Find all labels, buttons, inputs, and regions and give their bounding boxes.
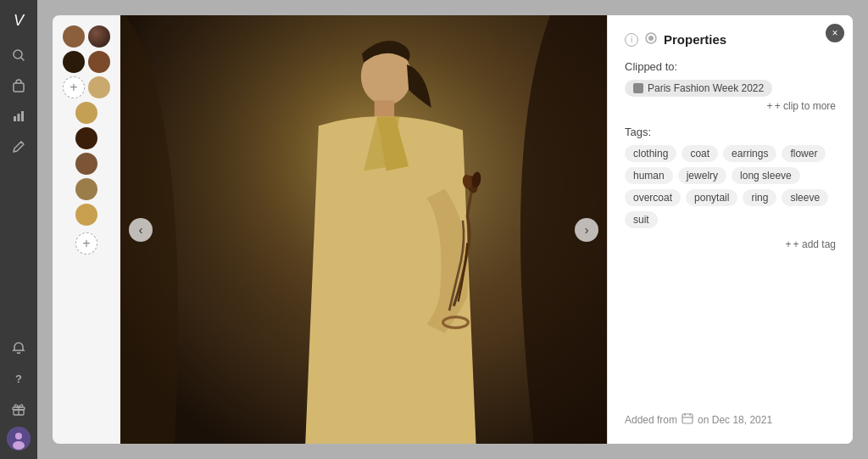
swatch-row-4 xyxy=(75,102,97,124)
avatar[interactable] xyxy=(7,427,31,451)
calendar-icon xyxy=(682,412,693,427)
color-swatch[interactable] xyxy=(88,76,110,98)
color-swatch[interactable] xyxy=(75,127,97,149)
bag-icon[interactable] xyxy=(6,73,31,98)
svg-line-1 xyxy=(21,58,24,60)
bookmark-icon[interactable] xyxy=(645,32,657,47)
panel-footer: Added from on Dec 18, 2021 xyxy=(625,412,836,427)
edit-icon[interactable] xyxy=(6,134,31,160)
color-swatch[interactable] xyxy=(63,51,85,73)
tags-section: Tags: clothingcoatearringsflowerhumanjew… xyxy=(625,126,836,250)
main-content: × + xyxy=(37,0,868,459)
next-button[interactable]: › xyxy=(575,218,598,242)
color-swatch[interactable] xyxy=(88,51,110,73)
tag-pill[interactable]: flower xyxy=(782,145,826,162)
tag-pill[interactable]: coat xyxy=(682,145,718,162)
swatch-row-6 xyxy=(75,153,97,175)
svg-rect-21 xyxy=(682,414,693,423)
app-logo: V xyxy=(7,8,31,32)
info-icon[interactable]: i xyxy=(625,33,638,47)
gift-icon[interactable] xyxy=(6,396,31,422)
chart-icon[interactable] xyxy=(6,104,31,129)
swatch-row-2 xyxy=(63,51,110,73)
image-area: ‹ xyxy=(120,15,607,444)
color-swatch[interactable] xyxy=(75,102,97,124)
collection-icon xyxy=(633,83,643,93)
tag-pill[interactable]: suit xyxy=(625,211,658,228)
color-swatch[interactable] xyxy=(88,25,110,48)
clipped-label: Clipped to: xyxy=(625,60,836,73)
fashion-image xyxy=(120,15,607,444)
prev-button[interactable]: ‹ xyxy=(129,218,153,242)
tag-pill[interactable]: overcoat xyxy=(625,189,681,206)
tag-pill[interactable]: jewelry xyxy=(678,167,726,184)
color-swatch[interactable] xyxy=(75,153,97,175)
plus-icon: + xyxy=(767,100,773,112)
clip-more-button[interactable]: + + clip to more xyxy=(767,100,836,112)
tags-grid: clothingcoatearringsflowerhumanjewelrylo… xyxy=(625,145,836,228)
add-swatch-button[interactable]: + xyxy=(63,76,85,98)
svg-rect-5 xyxy=(21,111,24,121)
svg-point-9 xyxy=(15,433,22,439)
tags-label: Tags: xyxy=(625,126,836,138)
swatch-row-7 xyxy=(75,178,97,200)
sidebar: V ? xyxy=(0,0,37,459)
help-icon[interactable]: ? xyxy=(6,366,31,391)
tag-pill[interactable]: ponytail xyxy=(686,189,737,206)
add-swatch-button-bottom[interactable]: + xyxy=(75,232,97,255)
tag-pill[interactable]: long sleeve xyxy=(732,167,800,184)
svg-point-20 xyxy=(648,36,654,41)
tag-pill[interactable]: clothing xyxy=(625,145,676,162)
tag-pill[interactable]: human xyxy=(625,167,673,184)
bell-icon[interactable] xyxy=(6,335,31,361)
plus-icon: + xyxy=(786,238,792,250)
panel-title: Properties xyxy=(664,32,726,47)
modal-card: × + xyxy=(53,15,853,444)
swatch-row-5 xyxy=(75,127,97,149)
color-swatch[interactable] xyxy=(75,204,97,226)
color-swatch[interactable] xyxy=(63,25,85,48)
svg-rect-3 xyxy=(14,116,16,121)
add-tag-button[interactable]: + + add tag xyxy=(786,238,836,250)
swatch-row-3: + xyxy=(63,76,110,98)
svg-rect-2 xyxy=(14,83,24,92)
swatch-row-1 xyxy=(63,25,110,48)
swatch-row-8 xyxy=(75,204,97,226)
close-button[interactable]: × xyxy=(826,24,844,42)
tag-pill[interactable]: ring xyxy=(743,189,776,206)
swatches-panel: + + xyxy=(53,15,120,444)
svg-point-10 xyxy=(13,441,25,450)
panel-header: i Properties xyxy=(625,32,836,47)
svg-rect-4 xyxy=(18,114,20,121)
properties-panel: i Properties Clipped to: Paris Fashion W… xyxy=(607,15,853,444)
color-swatch[interactable] xyxy=(75,178,97,200)
clipped-section: Clipped to: Paris Fashion Week 2022 + + … xyxy=(625,60,836,112)
search-icon[interactable] xyxy=(6,42,31,68)
tag-pill[interactable]: sleeve xyxy=(782,189,828,206)
clipped-tag[interactable]: Paris Fashion Week 2022 xyxy=(625,80,772,97)
tag-pill[interactable]: earrings xyxy=(723,145,776,162)
